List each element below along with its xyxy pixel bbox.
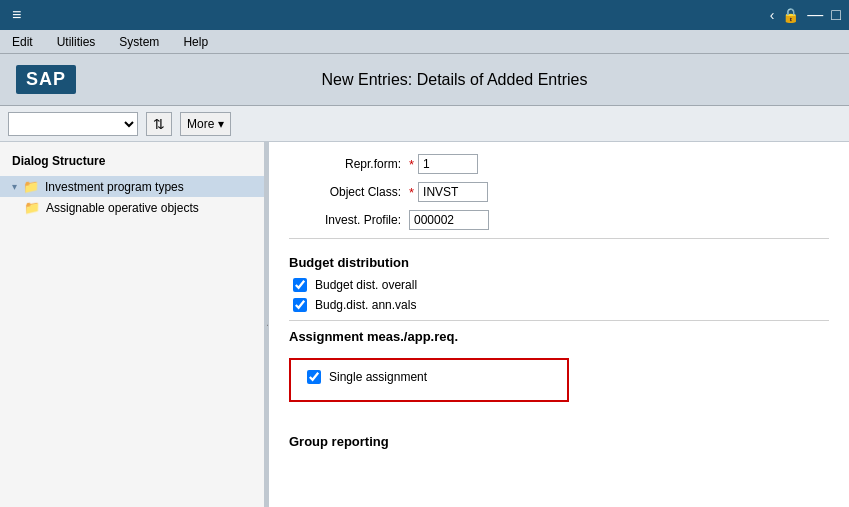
menu-bar: Edit Utilities System Help	[0, 30, 849, 54]
folder-icon: 📁	[24, 200, 40, 215]
menu-help[interactable]: Help	[179, 33, 212, 51]
invest-profile-label: Invest. Profile:	[289, 213, 409, 227]
sidebar-item-assignable[interactable]: 📁 Assignable operative objects	[0, 197, 264, 218]
object-class-input[interactable]	[418, 182, 488, 202]
separator-2	[289, 320, 829, 321]
hamburger-icon[interactable]: ≡	[8, 4, 25, 26]
main-content: Dialog Structure ▾ 📁 Investment program …	[0, 142, 849, 507]
sidebar-title: Dialog Structure	[0, 150, 264, 176]
tree-folder-icon: 📁	[23, 179, 39, 194]
chevron-right-icon: ▾	[12, 181, 17, 192]
sidebar-item-label: Investment program types	[45, 180, 184, 194]
assignment-section-title: Assignment meas./app.req.	[289, 329, 829, 344]
group-section: Group reporting	[289, 434, 829, 449]
repr-required-star: *	[409, 157, 414, 172]
budget-overall-row: Budget dist. overall	[289, 278, 829, 292]
sap-logo: SAP	[16, 65, 76, 94]
repr-form-label-text: Repr.form:	[345, 157, 401, 171]
budg-ann-label: Budg.dist. ann.vals	[315, 298, 416, 312]
budget-section-title: Budget distribution	[289, 255, 829, 270]
toolbar: ⇅ More ▾	[0, 106, 849, 142]
single-assignment-row: Single assignment	[303, 370, 555, 384]
chevron-down-icon: ▾	[218, 117, 224, 131]
assignment-box: Single assignment	[289, 358, 569, 402]
toolbar-select[interactable]	[8, 112, 138, 136]
sidebar-item-investment-types[interactable]: ▾ 📁 Investment program types	[0, 176, 264, 197]
minimize-button[interactable]: —	[807, 6, 823, 24]
lock-icon[interactable]: 🔒	[782, 7, 799, 23]
menu-utilities[interactable]: Utilities	[53, 33, 100, 51]
form-area: Repr.form: * Object Class: * Invest. Pro…	[269, 142, 849, 507]
more-button[interactable]: More ▾	[180, 112, 231, 136]
group-section-title: Group reporting	[289, 434, 829, 449]
more-label: More	[187, 117, 214, 131]
single-assignment-checkbox[interactable]	[307, 370, 321, 384]
page-title: New Entries: Details of Added Entries	[76, 71, 833, 89]
sidebar-child-label: Assignable operative objects	[46, 201, 199, 215]
separator-1	[289, 238, 829, 239]
sidebar: Dialog Structure ▾ 📁 Investment program …	[0, 142, 265, 507]
budg-ann-row: Budg.dist. ann.vals	[289, 298, 829, 312]
object-class-row: Object Class: *	[289, 182, 829, 202]
back-button[interactable]: ‹	[770, 7, 775, 23]
nav-icon: ⇅	[153, 116, 165, 132]
title-bar: ≡ ‹ 🔒 — □	[0, 0, 849, 30]
single-assignment-label: Single assignment	[329, 370, 427, 384]
repr-form-input[interactable]	[418, 154, 478, 174]
object-class-label-text: Object Class:	[330, 185, 401, 199]
menu-edit[interactable]: Edit	[8, 33, 37, 51]
budg-ann-checkbox[interactable]	[293, 298, 307, 312]
menu-system[interactable]: System	[115, 33, 163, 51]
title-bar-menu: ≡	[8, 4, 25, 26]
repr-form-label: Repr.form:	[289, 157, 409, 171]
object-required-star: *	[409, 185, 414, 200]
budget-overall-checkbox[interactable]	[293, 278, 307, 292]
toolbar-nav-button[interactable]: ⇅	[146, 112, 172, 136]
invest-profile-label-text: Invest. Profile:	[325, 213, 401, 227]
title-bar-controls: ‹ 🔒 — □	[770, 6, 841, 24]
budget-overall-label: Budget dist. overall	[315, 278, 417, 292]
maximize-button[interactable]: □	[831, 6, 841, 24]
object-class-label: Object Class:	[289, 185, 409, 199]
invest-profile-input[interactable]	[409, 210, 489, 230]
invest-profile-row: Invest. Profile:	[289, 210, 829, 230]
sap-header: SAP New Entries: Details of Added Entrie…	[0, 54, 849, 106]
repr-form-row: Repr.form: *	[289, 154, 829, 174]
